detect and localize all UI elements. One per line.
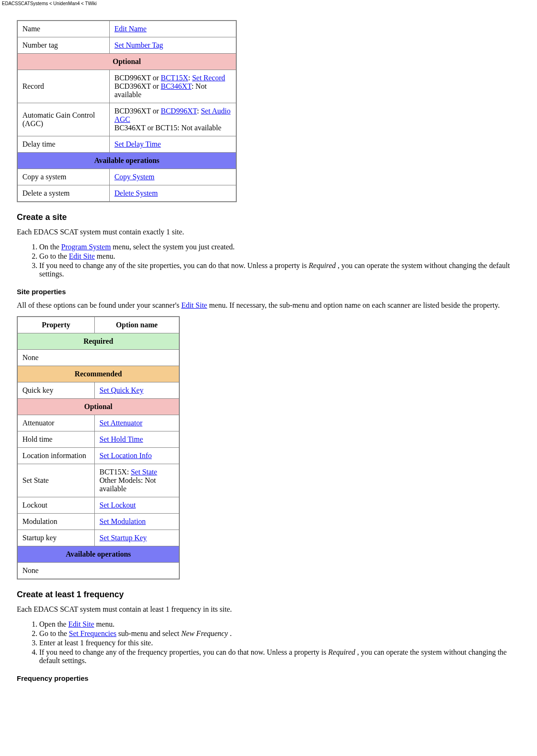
- set-state-link[interactable]: Set State: [131, 468, 157, 476]
- bcd996xt-link[interactable]: BCD996XT: [161, 107, 197, 115]
- bct15x-link[interactable]: BCT15X: [161, 74, 188, 82]
- text: Go to the: [39, 252, 69, 260]
- create-frequency-heading: Create at least 1 frequency: [17, 590, 520, 600]
- edit-name-link[interactable]: Edit Name: [114, 25, 147, 33]
- section-header-recommended: Recommended: [17, 366, 179, 382]
- table-row: Record BCD996XT or BCT15X: Set Record BC…: [17, 70, 236, 103]
- option-cell: Set Hold Time: [95, 431, 180, 448]
- text: BCD396XT or: [114, 107, 161, 115]
- list-item: On the Program System menu, select the s…: [39, 243, 520, 251]
- property-cell: Number tag: [17, 37, 110, 54]
- list-item: Enter at least 1 frequency for this site…: [39, 639, 520, 647]
- text: menu. If necessary, the sub-menu and opt…: [207, 301, 500, 309]
- set-startup-key-link[interactable]: Set Startup Key: [99, 534, 147, 542]
- set-record-link[interactable]: Set Record: [192, 74, 225, 82]
- set-delay-time-link[interactable]: Set Delay Time: [114, 140, 161, 148]
- text: BCD396XT or: [114, 82, 161, 90]
- option-cell: Set Modulation: [95, 514, 180, 530]
- text: On the: [39, 243, 61, 251]
- section-label: Required: [17, 333, 179, 350]
- property-cell: Name: [17, 21, 110, 37]
- table-row: Attenuator Set Attenuator: [17, 415, 179, 431]
- text: Go to the: [39, 629, 69, 637]
- table-row: Copy a system Copy System: [17, 169, 236, 185]
- system-properties-table: Name Edit Name Number tag Set Number Tag…: [17, 20, 237, 202]
- column-header-option: Option name: [95, 317, 180, 333]
- option-cell: BCT15X: Set State Other Models: Not avai…: [95, 464, 180, 497]
- property-cell: Hold time: [17, 431, 95, 448]
- list-item: Go to the Edit Site menu.: [39, 252, 520, 261]
- option-cell: Set Number Tag: [110, 37, 237, 54]
- text: menu.: [95, 252, 115, 260]
- table-header-row: Property Option name: [17, 317, 179, 333]
- emphasis: Required: [328, 648, 355, 656]
- set-hold-time-link[interactable]: Set Hold Time: [99, 435, 143, 443]
- option-cell: Set Quick Key: [95, 382, 180, 399]
- set-number-tag-link[interactable]: Set Number Tag: [114, 41, 163, 49]
- set-frequencies-link[interactable]: Set Frequencies: [69, 629, 117, 637]
- edit-site-link[interactable]: Edit Site: [68, 620, 94, 628]
- set-quick-key-link[interactable]: Set Quick Key: [99, 386, 143, 394]
- option-cell: Set Delay Time: [110, 136, 237, 153]
- table-row: Location information Set Location Info: [17, 448, 179, 464]
- text: sub-menu and select: [116, 629, 181, 637]
- create-frequency-steps: Open the Edit Site menu. Go to the Set F…: [17, 620, 520, 665]
- create-site-heading: Create a site: [17, 212, 520, 222]
- property-cell: Lockout: [17, 497, 95, 514]
- set-modulation-link[interactable]: Set Modulation: [99, 517, 146, 525]
- emphasis: Required: [309, 261, 336, 269]
- property-cell: Automatic Gain Control (AGC): [17, 103, 110, 136]
- option-cell: Copy System: [110, 169, 237, 185]
- property-cell: Record: [17, 70, 110, 103]
- create-frequency-intro: Each EDACS SCAT system must contain at l…: [17, 605, 520, 614]
- table-row: Delete a system Delete System: [17, 185, 236, 202]
- property-cell: Quick key: [17, 382, 95, 399]
- option-cell: Delete System: [110, 185, 237, 202]
- table-row: Startup key Set Startup Key: [17, 530, 179, 546]
- program-system-link[interactable]: Program System: [61, 243, 111, 251]
- text: All of these options can be found under …: [17, 301, 181, 309]
- table-row: Hold time Set Hold Time: [17, 431, 179, 448]
- edit-site-link[interactable]: Edit Site: [69, 252, 95, 260]
- property-cell: Set State: [17, 464, 95, 497]
- property-cell: Location information: [17, 448, 95, 464]
- option-cell: Edit Name: [110, 21, 237, 37]
- text: If you need to change any of the site pr…: [39, 261, 309, 269]
- option-cell: BCD996XT or BCT15X: Set Record BCD396XT …: [110, 70, 237, 103]
- section-header-operations: Available operations: [17, 153, 236, 169]
- emphasis: New Frequency: [181, 629, 228, 637]
- text: Open the: [39, 620, 68, 628]
- site-properties-intro: All of these options can be found under …: [17, 301, 520, 310]
- delete-system-link[interactable]: Delete System: [114, 189, 158, 197]
- property-cell: Attenuator: [17, 415, 95, 431]
- table-row: Set State BCT15X: Set State Other Models…: [17, 464, 179, 497]
- create-site-steps: On the Program System menu, select the s…: [17, 243, 520, 278]
- text: If you need to change any of the frequen…: [39, 648, 328, 656]
- text: .: [228, 629, 232, 637]
- table-row: Quick key Set Quick Key: [17, 382, 179, 399]
- section-label: Available operations: [17, 546, 179, 563]
- set-lockout-link[interactable]: Set Lockout: [99, 501, 136, 509]
- copy-system-link[interactable]: Copy System: [114, 173, 155, 181]
- column-header-property: Property: [17, 317, 95, 333]
- create-site-intro: Each EDACS SCAT system must contain exac…: [17, 228, 520, 236]
- property-cell: Delete a system: [17, 185, 110, 202]
- table-row: None: [17, 350, 179, 366]
- property-cell: Modulation: [17, 514, 95, 530]
- table-row: Lockout Set Lockout: [17, 497, 179, 514]
- section-label: Optional: [17, 399, 179, 415]
- table-row: Automatic Gain Control (AGC) BCD396XT or…: [17, 103, 236, 136]
- text: Other Models: Not available: [99, 476, 156, 493]
- frequency-properties-heading: Frequency properties: [17, 674, 520, 682]
- edit-site-link[interactable]: Edit Site: [181, 301, 207, 309]
- set-attenuator-link[interactable]: Set Attenuator: [99, 419, 142, 427]
- list-item: If you need to change any of the site pr…: [39, 261, 520, 278]
- section-header-operations: Available operations: [17, 546, 179, 563]
- table-row: Number tag Set Number Tag: [17, 37, 236, 54]
- set-location-info-link[interactable]: Set Location Info: [99, 452, 152, 459]
- section-header-optional: Optional: [17, 399, 179, 415]
- bc346xt-link[interactable]: BC346XT: [161, 82, 191, 90]
- section-header-required: Required: [17, 333, 179, 350]
- section-label: Recommended: [17, 366, 179, 382]
- option-cell: BCD396XT or BCD996XT: Set Audio AGC BC34…: [110, 103, 237, 136]
